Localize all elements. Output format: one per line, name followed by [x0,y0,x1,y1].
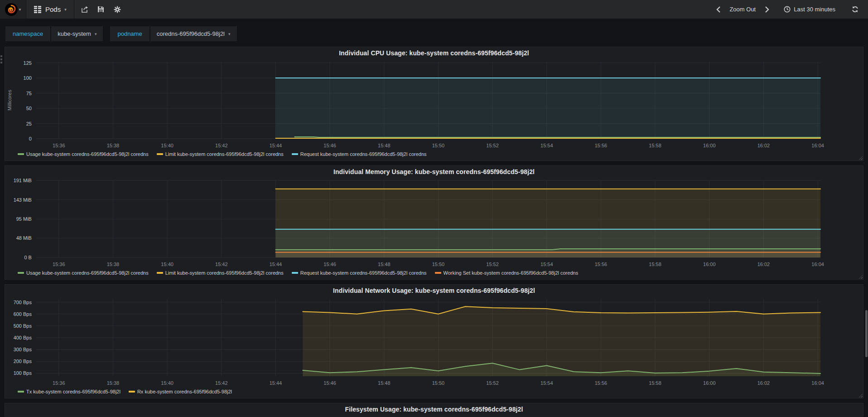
dashboard-picker[interactable]: Pods ▾ [26,0,74,19]
legend-series-color [292,272,298,274]
legend-item[interactable]: Tx kube-system coredns-695f96dcd5-98j2l [18,389,121,394]
svg-text:15:40: 15:40 [161,380,173,386]
svg-text:15:38: 15:38 [107,380,119,386]
legend-series-label: Limit kube-system coredns-695f96dcd5-98j… [165,151,284,157]
zoom-out-button[interactable]: Zoom Out [729,6,756,13]
svg-text:0 B: 0 B [24,255,31,260]
grafana-menu-caret-icon: ▾ [19,7,21,12]
svg-text:16:00: 16:00 [703,262,715,267]
svg-text:16:04: 16:04 [811,143,824,148]
legend-series-label: Request kube-system coredns-695f96dcd5-9… [300,270,427,276]
variable-podname: podnamecoredns-695f96dcd5-98j2l▾ [110,26,236,41]
svg-text:15:58: 15:58 [649,380,661,386]
svg-text:16:00: 16:00 [703,380,715,386]
panel-title-memory[interactable]: Individual Memory Usage: kube-system cor… [5,166,863,178]
svg-text:15:50: 15:50 [432,380,444,386]
share-button[interactable] [78,3,92,16]
navbar-right: Zoom Out Last 30 minutes [711,0,868,19]
gear-icon [114,6,121,13]
svg-text:15:36: 15:36 [53,262,65,267]
svg-text:15:44: 15:44 [270,262,282,267]
legend-series-label: Usage kube-system coredns-695f96dcd5-98j… [26,151,149,157]
svg-text:75: 75 [26,91,32,96]
svg-text:15:38: 15:38 [107,262,119,267]
legend-item[interactable]: Request kube-system coredns-695f96dcd5-9… [292,151,427,157]
variable-label-namespace[interactable]: namespace [5,26,50,41]
legend-item[interactable]: Working Set kube-system coredns-695f96dc… [435,270,579,276]
time-shift-back-button[interactable] [711,3,725,16]
svg-text:16:00: 16:00 [703,143,715,148]
navbar-actions [74,0,128,19]
legend-item[interactable]: Usage kube-system coredns-695f96dcd5-98j… [18,270,149,276]
legend-series-label: Tx kube-system coredns-695f96dcd5-98j2l [26,389,121,394]
panel-title-cpu[interactable]: Individual CPU Usage: kube-system coredn… [5,47,863,59]
legend-series-label: Request kube-system coredns-695f96dcd5-9… [300,151,427,157]
row-drag-handle[interactable] [0,55,3,63]
legend-item[interactable]: Request kube-system coredns-695f96dcd5-9… [292,270,427,276]
svg-text:15:56: 15:56 [595,380,607,386]
chevron-down-icon: ▾ [228,32,231,36]
svg-text:16:04: 16:04 [811,380,824,386]
chevron-right-icon [765,6,769,13]
panel-title-network[interactable]: Individual Network Usage: kube-system co… [5,285,863,296]
svg-text:15:54: 15:54 [540,380,553,386]
svg-text:15:44: 15:44 [270,380,282,386]
svg-text:15:46: 15:46 [323,143,336,148]
share-icon [81,6,88,13]
svg-text:15:56: 15:56 [595,143,607,148]
refresh-button[interactable] [848,3,862,16]
legend-series-label: Usage kube-system coredns-695f96dcd5-98j… [26,270,149,276]
chart-canvas-memory[interactable]: 15:3615:3815:4015:4215:4415:4615:4815:50… [5,178,863,269]
svg-text:400 Bps: 400 Bps [14,335,32,340]
save-button[interactable] [94,3,108,16]
legend-cpu: Usage kube-system coredns-695f96dcd5-98j… [5,150,863,160]
svg-text:15:46: 15:46 [323,262,336,267]
clock-icon [784,6,791,13]
legend-series-color [157,153,163,155]
svg-text:15:36: 15:36 [53,143,65,148]
legend-item[interactable]: Limit kube-system coredns-695f96dcd5-98j… [157,270,284,276]
panel-title-filesystem[interactable]: Filesystem Usage: kube-system coredns-69… [5,403,863,415]
settings-button[interactable] [111,3,124,16]
svg-text:500 Bps: 500 Bps [14,323,32,329]
time-range-picker[interactable]: Last 30 minutes [784,6,835,13]
chart-canvas-network[interactable]: 15:3615:3815:4015:4215:4415:4615:4815:50… [5,296,863,388]
dashboard: Individual CPU Usage: kube-system coredn… [0,47,868,417]
legend-item[interactable]: Rx kube-system coredns-695f96dcd5-98j2l [129,389,232,394]
svg-text:0: 0 [29,136,32,141]
svg-text:15:54: 15:54 [540,143,553,148]
legend-network: Tx kube-system coredns-695f96dcd5-98j2lR… [5,388,863,398]
navbar: ▾ Pods ▾ [0,0,868,19]
legend-series-color [435,272,441,274]
legend-series-color [129,391,135,393]
variable-value-namespace[interactable]: kube-system▾ [51,26,103,41]
legend-item[interactable]: Usage kube-system coredns-695f96dcd5-98j… [18,151,149,157]
refresh-icon [852,6,858,13]
svg-text:15:42: 15:42 [215,143,227,148]
svg-text:50: 50 [26,106,32,111]
svg-text:100: 100 [24,75,32,81]
time-shift-forward-button[interactable] [760,3,774,16]
svg-text:15:54: 15:54 [540,262,553,267]
chart-canvas-cpu[interactable]: 15:3615:3815:4015:4215:4415:4615:4815:50… [5,59,863,150]
legend-series-color [18,153,24,155]
svg-text:191 MiB: 191 MiB [14,178,32,183]
variable-value-text: coredns-695f96dcd5-98j2l [157,30,225,37]
svg-text:15:48: 15:48 [378,143,390,148]
variable-value-podname[interactable]: coredns-695f96dcd5-98j2l▾ [150,26,237,41]
svg-text:143 MiB: 143 MiB [14,197,32,203]
svg-text:15:40: 15:40 [161,262,173,267]
svg-text:15:38: 15:38 [107,143,119,148]
svg-text:48 MiB: 48 MiB [16,235,32,241]
svg-text:15:50: 15:50 [432,262,444,267]
legend-item[interactable]: Limit kube-system coredns-695f96dcd5-98j… [157,151,284,157]
scrollbar-thumb[interactable] [865,310,868,357]
chevron-down-icon: ▾ [95,32,97,36]
panel-network: Individual Network Usage: kube-system co… [5,284,863,398]
panel-memory: Individual Memory Usage: kube-system cor… [5,165,863,280]
variable-label-podname[interactable]: podname [110,26,149,41]
grafana-menu[interactable]: ▾ [0,0,26,19]
legend-series-color [18,391,24,393]
svg-text:200 Bps: 200 Bps [14,359,32,364]
legend-series-color [157,272,163,274]
